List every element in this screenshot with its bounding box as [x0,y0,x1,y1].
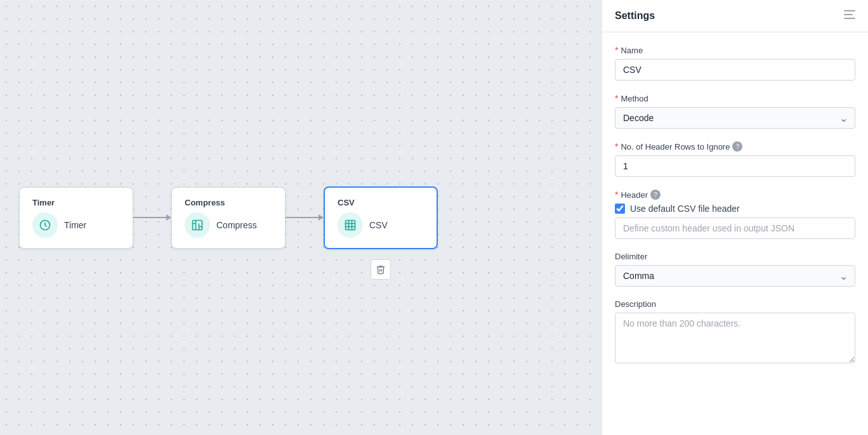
header-rows-input[interactable] [615,155,855,177]
header-rows-required-star: * [615,141,618,152]
csv-node-body: CSV [338,212,424,238]
settings-body: * Name * Method Decode Encode ⌄ * [602,32,868,435]
arrow-connector-2 [286,214,324,221]
trash-icon [376,264,386,275]
settings-panel: Settings * Name * Method [602,0,868,435]
description-textarea[interactable] [615,313,855,363]
csv-node-title: CSV [338,198,424,207]
compress-node[interactable]: Compress Compress [171,187,286,249]
default-header-checkbox-label: Use default CSV file header [630,204,740,214]
svg-rect-1 [193,220,202,230]
delimiter-select-wrapper: Comma Semicolon Tab Pipe ⌄ [615,265,855,287]
arrow-line-2 [286,217,319,218]
compress-node-title: Compress [185,198,272,207]
header-label: * Header ? [615,190,855,200]
method-select[interactable]: Decode Encode [615,107,855,129]
name-field-group: * Name [615,45,855,81]
csv-node[interactable]: CSV CSV [324,186,438,249]
header-rows-field-group: * No. of Header Rows to Ignore ? [615,141,855,177]
svg-rect-13 [844,18,855,19]
header-checkbox-row: Use default CSV file header [615,204,855,214]
header-field-group: * Header ? Use default CSV file header [615,190,855,239]
compress-icon [191,219,204,231]
method-required-star: * [615,93,618,103]
delimiter-label: Delimiter [615,252,855,261]
description-field-group: Description [615,299,855,363]
timer-node[interactable]: Timer Timer [19,187,133,249]
svg-rect-6 [346,220,355,230]
settings-title: Settings [615,10,655,22]
header-rows-label: * No. of Header Rows to Ignore ? [615,141,855,152]
arrow-head-1 [166,214,171,221]
csv-icon-container [338,212,363,238]
settings-menu-icon[interactable] [844,10,855,22]
delimiter-field-group: Delimiter Comma Semicolon Tab Pipe ⌄ [615,252,855,287]
settings-header: Settings [602,0,868,32]
timer-node-title: Timer [32,198,120,207]
csv-node-label: CSV [369,220,388,230]
flow-container: Timer Timer Compress [19,186,438,249]
compress-icon-container [185,212,210,238]
method-select-wrapper: Decode Encode ⌄ [615,107,855,129]
arrow-head-2 [319,214,324,221]
delete-node-button[interactable] [371,259,391,280]
timer-icon-container [32,212,58,238]
arrow-connector-1 [133,214,171,221]
svg-rect-12 [844,14,853,15]
csv-icon [344,219,357,231]
canvas-area: Timer Timer Compress [0,0,602,435]
svg-rect-11 [844,10,855,11]
name-input[interactable] [615,59,855,81]
name-label: * Name [615,45,855,55]
method-label: * Method [615,93,855,103]
method-field-group: * Method Decode Encode ⌄ [615,93,855,129]
name-required-star: * [615,45,618,55]
timer-node-label: Timer [64,220,86,230]
custom-header-input[interactable] [615,218,855,239]
compress-node-body: Compress [185,212,272,238]
delete-btn-container [371,259,391,280]
menu-lines-icon [844,10,855,19]
header-rows-help-icon[interactable]: ? [732,141,742,152]
default-header-checkbox[interactable] [615,204,625,214]
header-required-star: * [615,190,618,200]
header-help-icon[interactable]: ? [650,190,661,200]
compress-node-label: Compress [216,220,257,230]
delimiter-select[interactable]: Comma Semicolon Tab Pipe [615,265,855,287]
description-label: Description [615,299,855,309]
timer-node-body: Timer [32,212,120,238]
clock-icon [39,219,51,231]
arrow-line-1 [133,217,166,218]
